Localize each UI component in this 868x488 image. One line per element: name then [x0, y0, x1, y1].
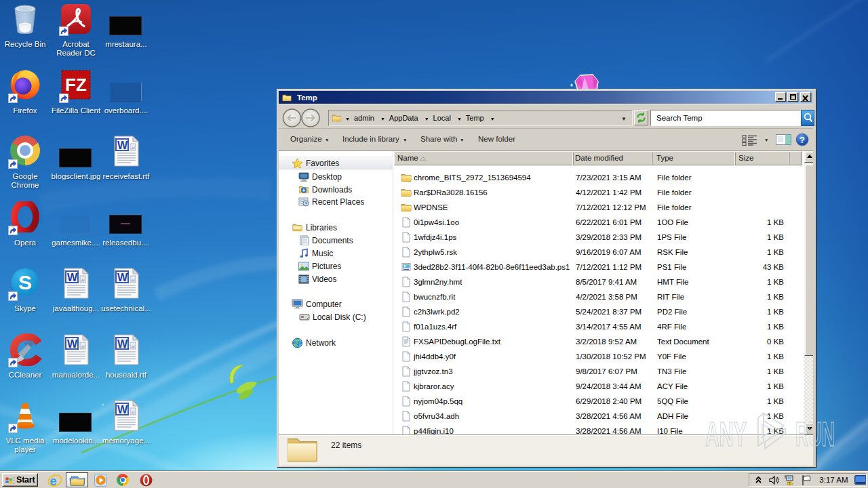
svg-text:RUN: RUN — [795, 415, 835, 453]
svg-text:S: S — [18, 271, 32, 293]
svg-text:?: ? — [800, 135, 805, 145]
svg-text:FZ: FZ — [65, 75, 87, 95]
svg-text:!: ! — [789, 481, 791, 485]
svg-text:e: e — [50, 474, 57, 488]
svg-text:ANY: ANY — [705, 415, 747, 453]
